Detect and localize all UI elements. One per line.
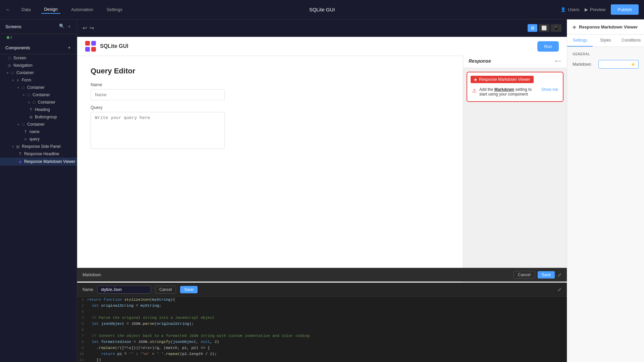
markdown-cancel-button[interactable]: Cancel bbox=[514, 271, 535, 279]
heading-icon: T bbox=[28, 108, 34, 112]
name-save-button[interactable]: Save bbox=[180, 286, 197, 293]
name-text-icon: T bbox=[23, 130, 28, 134]
code-line-11: 11 }) bbox=[77, 357, 567, 362]
response-overlay-header: Response ⟵ bbox=[463, 54, 567, 68]
response-headline-icon: T bbox=[17, 152, 23, 156]
name-editor-bar: Name Cancel Save ⤢ bbox=[77, 283, 567, 297]
tree-item-container-2[interactable]: ▾ □ Container bbox=[0, 84, 77, 91]
tree-item-container-4[interactable]: ▾ □ Container bbox=[0, 99, 77, 106]
tab-conditions[interactable]: Conditions bbox=[619, 35, 644, 47]
tree-label-container-1: Container bbox=[16, 70, 34, 75]
tree-item-container-1[interactable]: ▾ □ Container bbox=[0, 69, 77, 76]
chevron-icon-5: ▾ bbox=[17, 123, 19, 126]
code-line-1: 1 return function stylizeJson(myString){ bbox=[77, 297, 567, 303]
chevron-icon-form: ▾ bbox=[12, 78, 14, 82]
lightning-icon[interactable]: ⚡ bbox=[631, 62, 636, 67]
container-icon-3: □ bbox=[26, 93, 31, 97]
code-editor[interactable]: 1 return function stylizeJson(myString){… bbox=[77, 297, 567, 362]
general-section-label: GENERAL bbox=[573, 52, 639, 56]
markdown-save-button[interactable]: Save bbox=[538, 271, 555, 279]
right-panel-header: ◈ Response Markdown Viewer bbox=[567, 19, 644, 35]
query-icon: ≡ bbox=[23, 137, 28, 141]
mobile-view-button[interactable]: 📱 bbox=[551, 24, 561, 32]
tree-label-container-4: Container bbox=[38, 100, 55, 105]
svg-rect-3 bbox=[91, 47, 96, 52]
tree-item-navigation[interactable]: ◎ Navigation bbox=[0, 62, 77, 69]
redo-button[interactable]: ↪ bbox=[90, 25, 94, 31]
markdown-expand-icon[interactable]: ⤢ bbox=[557, 272, 561, 278]
show-me-link[interactable]: Show me bbox=[541, 87, 558, 92]
users-button[interactable]: 👤 Users bbox=[560, 7, 579, 12]
left-sidebar: Screens 🔍 ＋ / Components ＋ □ Screen ◎ Na… bbox=[0, 19, 77, 362]
right-panel: ◈ Response Markdown Viewer Settings Styl… bbox=[567, 19, 644, 362]
code-line-3: 3 bbox=[77, 309, 567, 315]
tree-label-form: Form bbox=[22, 78, 31, 82]
tree-item-response-headline[interactable]: T Response Headline bbox=[0, 150, 77, 158]
tree-item-container-5[interactable]: ▾ □ Container bbox=[0, 121, 77, 128]
warning-icon: ⚠ bbox=[472, 87, 477, 94]
tree-label-response-headline: Response Headline bbox=[24, 152, 59, 156]
tree-item-name[interactable]: T name bbox=[0, 128, 77, 135]
tablet-view-button[interactable]: ⬜ bbox=[539, 24, 549, 32]
response-panel-icon: ▤ bbox=[15, 144, 20, 149]
tree-label-container-5: Container bbox=[27, 122, 45, 127]
tree-label-container-3: Container bbox=[33, 93, 50, 97]
nav-automation[interactable]: Automation bbox=[68, 6, 96, 13]
add-screen-icon[interactable]: ＋ bbox=[67, 23, 71, 29]
run-query-button[interactable]: Run bbox=[537, 41, 559, 52]
markdown-editor-bar: Markdown Cancel Save ⤢ bbox=[77, 268, 567, 282]
name-cancel-button[interactable]: Cancel bbox=[155, 286, 176, 294]
undo-redo-group: ↩ ↪ bbox=[83, 25, 94, 31]
tree-item-response-side-panel[interactable]: ▾ ▤ Response Side Panel bbox=[0, 143, 77, 150]
response-overlay-close-icon[interactable]: ⟵ bbox=[555, 58, 561, 64]
name-expand-icon[interactable]: ⤢ bbox=[557, 287, 561, 292]
tree-item-container-3[interactable]: ▾ □ Container bbox=[0, 91, 77, 99]
canvas-toolbar: ↩ ↪ 🖥 ⬜ 📱 bbox=[77, 19, 567, 37]
app-logo bbox=[85, 41, 96, 52]
components-header: Components ＋ bbox=[0, 41, 77, 54]
navigation-icon: ◎ bbox=[7, 63, 12, 68]
preview-app-title: SQLite GUI bbox=[100, 43, 128, 49]
tab-styles[interactable]: Styles bbox=[593, 35, 618, 47]
markdown-bar-label: Markdown bbox=[83, 273, 514, 277]
desktop-view-button[interactable]: 🖥 bbox=[528, 24, 537, 32]
tree-item-query[interactable]: ≡ query bbox=[0, 135, 77, 143]
query-textarea[interactable] bbox=[91, 112, 225, 149]
rmv-tooltip-header: ◈ Response Markdown Viewer bbox=[471, 76, 534, 83]
nav-data[interactable]: Data bbox=[19, 6, 33, 13]
tree-item-buttongroup[interactable]: ⊞ Buttongroup bbox=[0, 113, 77, 121]
user-icon: 👤 bbox=[560, 7, 566, 12]
tree-label-navigation: Navigation bbox=[13, 63, 33, 68]
chevron-icon-1: ▾ bbox=[7, 71, 8, 75]
chevron-icon-4: ▾ bbox=[28, 101, 30, 104]
search-icon[interactable]: 🔍 bbox=[59, 23, 64, 29]
publish-button[interactable]: Publish bbox=[611, 4, 639, 15]
rmv-tooltip: ◈ Response Markdown Viewer ⚠ Add the Mar… bbox=[467, 72, 564, 102]
undo-button[interactable]: ↩ bbox=[83, 25, 87, 31]
tree-label-heading: Heading bbox=[35, 107, 50, 112]
screen-root-item[interactable]: / bbox=[0, 34, 77, 41]
chevron-icon-rsp: ▾ bbox=[12, 145, 14, 148]
screen-dot bbox=[7, 36, 9, 39]
main-layout: Screens 🔍 ＋ / Components ＋ □ Screen ◎ Na… bbox=[0, 19, 644, 362]
tab-settings[interactable]: Settings bbox=[567, 35, 593, 47]
code-line-10: 10 return p1 ? '' : '\n' + ' '.repeat(p2… bbox=[77, 351, 567, 357]
markdown-field-value[interactable]: ⚡ bbox=[598, 60, 639, 69]
right-panel-body: GENERAL Markdown ⚡ bbox=[567, 47, 644, 362]
back-button[interactable]: ← bbox=[5, 7, 11, 13]
code-line-7: 7 // Convert the object back to a format… bbox=[77, 333, 567, 339]
tree-item-response-markdown-viewer[interactable]: ◈ Response Markdown Viewer ••• bbox=[0, 158, 77, 166]
markdown-field-label: Markdown bbox=[573, 62, 591, 67]
tree-item-form[interactable]: ▾ ≡ Form bbox=[0, 76, 77, 84]
tree-item-screen[interactable]: □ Screen bbox=[0, 54, 77, 62]
right-panel-component-icon: ◈ bbox=[573, 24, 576, 29]
add-component-icon[interactable]: ＋ bbox=[67, 45, 71, 51]
name-bar-input[interactable] bbox=[97, 286, 151, 294]
container-icon-2: □ bbox=[20, 85, 26, 89]
tree-item-heading[interactable]: T Heading bbox=[0, 106, 77, 113]
name-input[interactable] bbox=[91, 89, 225, 100]
nav-settings[interactable]: Settings bbox=[104, 6, 125, 13]
preview-button[interactable]: ▶ Preview bbox=[585, 7, 605, 12]
right-actions: 👤 Users ▶ Preview Publish bbox=[560, 4, 639, 15]
nav-design[interactable]: Design bbox=[41, 5, 60, 14]
